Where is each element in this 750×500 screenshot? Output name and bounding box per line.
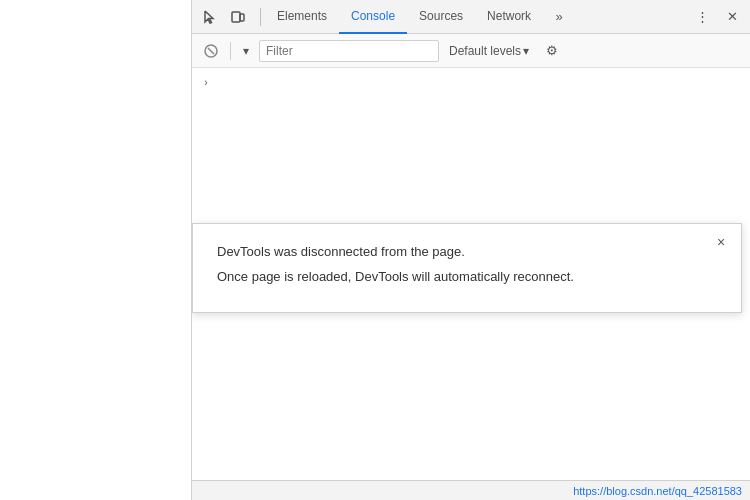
clear-console-button[interactable] bbox=[198, 38, 224, 64]
console-toolbar: ▾ Default levels ▾ ⚙ bbox=[192, 34, 750, 68]
status-bar: https://blog.csdn.net/qq_42581583 bbox=[192, 480, 750, 500]
browser-content-panel bbox=[0, 0, 192, 500]
tab-actions: ⋮ ✕ bbox=[688, 3, 746, 31]
tab-network-label: Network bbox=[487, 9, 531, 23]
filter-dropdown-arrow: ▾ bbox=[243, 44, 249, 58]
status-link[interactable]: https://blog.csdn.net/qq_42581583 bbox=[573, 485, 742, 497]
default-levels-label: Default levels bbox=[449, 44, 521, 58]
more-tabs-button[interactable]: » bbox=[545, 3, 573, 31]
devtools-panel: Elements Console Sources Network » ⋮ ✕ bbox=[192, 0, 750, 500]
default-levels-button[interactable]: Default levels ▾ bbox=[443, 38, 535, 64]
filter-input[interactable] bbox=[259, 40, 439, 62]
svg-line-3 bbox=[208, 48, 214, 54]
popup-message-1: DevTools was disconnected from the page. bbox=[217, 244, 717, 259]
close-icon: ✕ bbox=[727, 9, 738, 24]
kebab-menu-button[interactable]: ⋮ bbox=[688, 3, 716, 31]
default-levels-arrow: ▾ bbox=[523, 44, 529, 58]
more-tabs-icon: » bbox=[555, 9, 562, 24]
kebab-menu-icon: ⋮ bbox=[696, 9, 709, 24]
disconnected-popup: × DevTools was disconnected from the pag… bbox=[192, 223, 742, 313]
settings-button[interactable]: ⚙ bbox=[539, 38, 565, 64]
toolbar-divider bbox=[230, 42, 231, 60]
tab-sources-label: Sources bbox=[419, 9, 463, 23]
expand-button[interactable]: › bbox=[198, 74, 214, 90]
close-icon: × bbox=[717, 234, 725, 250]
tab-elements-label: Elements bbox=[277, 9, 327, 23]
chevron-right-icon: › bbox=[204, 77, 207, 88]
popup-message-2: Once page is reloaded, DevTools will aut… bbox=[217, 269, 717, 284]
tab-bar: Elements Console Sources Network » ⋮ ✕ bbox=[192, 0, 750, 34]
tab-divider bbox=[260, 8, 261, 26]
log-level-filter-button[interactable]: ▾ bbox=[237, 38, 255, 64]
gear-icon: ⚙ bbox=[546, 43, 558, 58]
tab-console-label: Console bbox=[351, 9, 395, 23]
tab-icon-group bbox=[196, 3, 252, 31]
device-icon-button[interactable] bbox=[224, 3, 252, 31]
popup-close-button[interactable]: × bbox=[711, 232, 731, 252]
tab-elements[interactable]: Elements bbox=[265, 0, 339, 34]
svg-rect-1 bbox=[240, 14, 244, 21]
cursor-icon-button[interactable] bbox=[196, 3, 224, 31]
console-content: › × DevTools was disconnected from the p… bbox=[192, 68, 750, 480]
close-devtools-button[interactable]: ✕ bbox=[718, 3, 746, 31]
tab-console[interactable]: Console bbox=[339, 0, 407, 34]
svg-rect-0 bbox=[232, 12, 240, 22]
tab-network[interactable]: Network bbox=[475, 0, 543, 34]
tab-sources[interactable]: Sources bbox=[407, 0, 475, 34]
